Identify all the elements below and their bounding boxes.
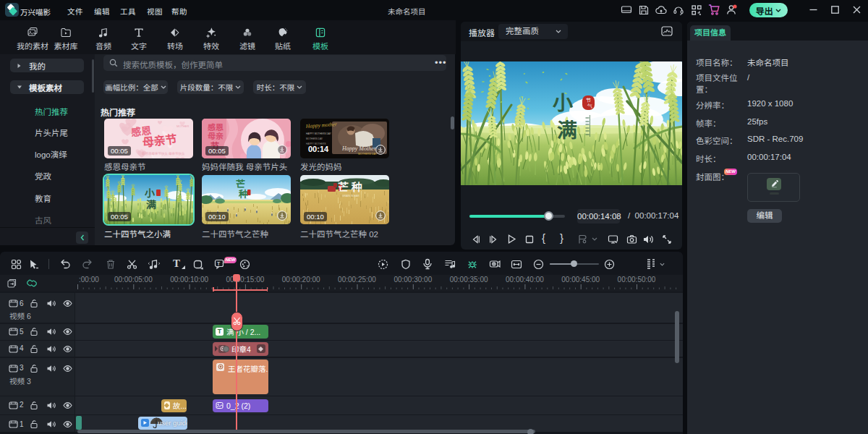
- svg-text:MOTHERS DAY: MOTHERS DAY: [358, 153, 378, 156]
- svg-text:最感恩母亲节快乐 母亲节快乐: 最感恩母亲节快乐 母亲节快乐: [142, 151, 185, 156]
- svg-text:00:00:20:00: 00:00:20:00: [282, 276, 320, 284]
- svg-text:00:00:40:00: 00:00:40:00: [506, 276, 544, 284]
- svg-text:00:00:45:00: 00:00:45:00: [561, 276, 600, 284]
- svg-text:00:00:50:00: 00:00:50:00: [618, 276, 656, 284]
- svg-text:Happy Mother's: Happy Mother's: [341, 145, 380, 152]
- svg-text:芒 种: 芒 种: [338, 179, 362, 194]
- svg-text:MOTHER: MOTHER: [176, 124, 189, 128]
- svg-text:00:00:15:00: 00:00:15:00: [226, 276, 264, 284]
- svg-text::00:00: :00:00: [79, 276, 99, 284]
- svg-text:00:00:25:00: 00:00:25:00: [338, 276, 376, 284]
- svg-text:HAPPY MOTHERS DAY: HAPPY MOTHERS DAY: [306, 132, 332, 135]
- svg-text:00:00:05:00: 00:00:05:00: [114, 276, 153, 284]
- svg-text:满: 满: [557, 114, 577, 143]
- svg-text:00:00:10:00: 00:00:10:00: [170, 276, 208, 284]
- svg-text:00:00:30:00: 00:00:30:00: [393, 276, 432, 284]
- svg-text:母亲节: 母亲节: [141, 129, 177, 150]
- svg-text:T: T: [217, 261, 221, 266]
- svg-text:小: 小: [553, 87, 573, 116]
- svg-text:MOTHERS DAY: MOTHERS DAY: [306, 137, 323, 140]
- svg-text:气: 气: [587, 102, 592, 109]
- svg-text:种: 种: [238, 187, 248, 200]
- svg-text:GRAIN IN EAR: GRAIN IN EAR: [342, 195, 359, 197]
- svg-text:满: 满: [146, 197, 156, 211]
- svg-text:00:00:35:00: 00:00:35:00: [450, 276, 488, 284]
